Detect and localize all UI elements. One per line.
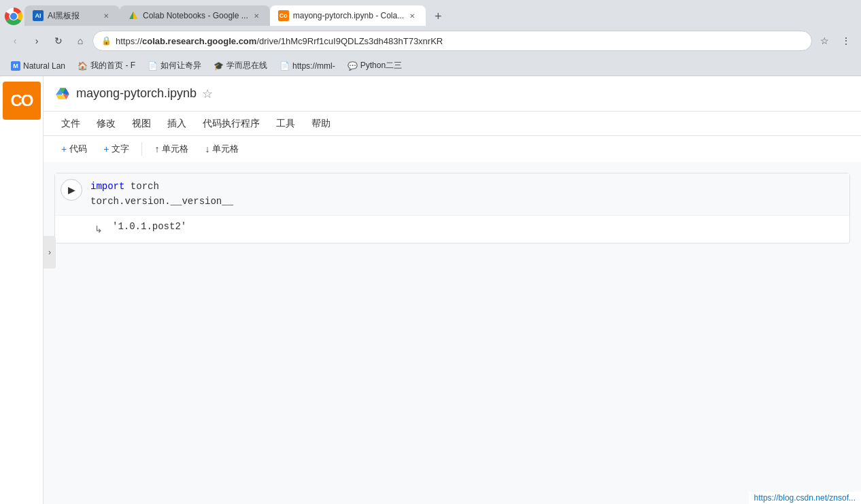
menu-edit[interactable]: 修改 [90,115,122,133]
add-text-label: 文字 [112,143,129,155]
home-button[interactable]: ⌂ [71,31,90,50]
reload-button[interactable]: ↻ [49,31,68,50]
move-down-icon: ↓ [205,144,209,154]
collapse-chevron-icon: › [48,248,51,257]
tab-mayong-label: mayong-pytorch.ipynb - Cola... [293,11,404,20]
colab-main: mayong-pytorch.ipynb ☆ 文件 修改 视图 插入 代码执行程… [44,76,861,504]
colab-header: mayong-pytorch.ipynb ☆ [44,76,861,112]
run-icon: ▶ [68,184,75,195]
cell-code-area: ▶ import torch torch.version.__version__ [55,173,849,216]
cell-code[interactable]: import torch torch.version.__version__ [90,179,844,209]
forward-button[interactable]: › [27,31,46,50]
svg-point-2 [11,14,17,20]
cell-output-icon: ↳ [90,221,107,237]
address-domain: colab.research.google.com [142,36,256,46]
cell-output-text: '1.0.1.post2' [112,221,186,232]
bookmark-mml-favicon: 📄 [280,61,290,71]
cell-run-button[interactable]: ▶ [61,179,82,201]
colab-toolbar: + 代码 + 文字 ↑ 单元格 ↓ 单元格 [44,136,861,162]
move-cell-up-button[interactable]: ↑ 单元格 [148,140,195,158]
new-tab-button[interactable]: + [428,7,448,26]
tab-ai-label: AI黑板报 [48,10,98,22]
lock-icon: 🔒 [101,36,112,46]
address-field[interactable]: 🔒 https://colab.research.google.com/driv… [92,31,812,51]
add-code-button[interactable]: + 代码 [54,140,94,158]
code-version: torch.version.__version__ [90,196,233,207]
bookmark-xueersi-favicon: 🎓 [214,61,224,71]
colab-app: CO mayong-pytorch.ipynb ☆ 文件 修改 视图 [0,76,861,504]
tab-colab-notebooks[interactable]: Colab Notebooks - Google ... ✕ [120,5,270,26]
menu-file[interactable]: 文件 [54,115,87,133]
drive-icon [54,86,71,102]
add-text-plus-icon: + [103,144,109,154]
address-text: https://colab.research.google.com/drive/… [116,36,803,46]
cell-output-area: ↳ '1.0.1.post2' [55,216,849,243]
add-code-plus-icon: + [61,144,67,154]
tab-mayong[interactable]: Co mayong-pytorch.ipynb - Cola... ✕ [270,5,426,26]
bookmark-button[interactable]: ☆ [815,31,834,50]
bookmark-qiyi-label: 如何让奇异 [161,60,201,71]
code-cell: ▶ import torch torch.version.__version__… [54,173,850,243]
bookmarks-bar: M Natural Lan 🏠 我的首页 - F 📄 如何让奇异 🎓 学而思在线… [0,56,861,76]
toolbar-separator [141,142,142,156]
bookmark-python-label: Python二三 [360,60,402,71]
tab-colab-notebooks-label: Colab Notebooks - Google ... [143,11,248,20]
move-up-label: 单元格 [162,143,188,155]
bookmark-mml[interactable]: 📄 https://mml- [274,60,341,72]
extensions-button[interactable]: ⋮ [837,31,856,50]
tab-mayong-favicon: Co [278,10,289,21]
status-url: https://blog.csdn.net/znsof... [754,493,856,503]
svg-marker-4 [133,12,137,19]
menu-help[interactable]: 帮助 [305,115,337,133]
tab-colab-notebooks-close[interactable]: ✕ [251,10,262,21]
back-button[interactable]: ‹ [5,31,24,50]
bookmark-natural-lan-favicon: M [11,61,20,71]
chrome-logo [4,7,23,26]
bookmark-natural-lan[interactable]: M Natural Lan [5,60,71,72]
tab-colab-notebooks-favicon [128,10,139,21]
add-code-label: 代码 [69,143,87,155]
menu-insert[interactable]: 插入 [161,115,193,133]
colab-notebook: ▶ import torch torch.version.__version__… [44,162,861,504]
tab-ai-close[interactable]: ✕ [101,10,112,21]
colab-menubar: 文件 修改 视图 插入 代码执行程序 工具 帮助 [44,112,861,136]
colab-logo[interactable]: CO [3,82,41,120]
status-bar: https://blog.csdn.net/znsof... [749,492,861,504]
code-line-2: torch.version.__version__ [90,194,844,209]
tab-bar: AI AI黑板报 ✕ Colab Notebooks - Google ... … [0,0,861,26]
tab-ai[interactable]: AI AI黑板报 ✕ [24,5,120,26]
address-bar-row: ‹ › ↻ ⌂ 🔒 https://colab.research.google.… [0,26,861,56]
browser-chrome: AI AI黑板报 ✕ Colab Notebooks - Google ... … [0,0,861,76]
bookmark-qiyi-favicon: 📄 [148,61,158,71]
bookmark-qiyi[interactable]: 📄 如何让奇异 [142,58,207,73]
add-text-button[interactable]: + 文字 [97,140,136,158]
bookmark-python[interactable]: 💬 Python二三 [342,58,407,73]
bookmark-xueersi-label: 学而思在线 [226,60,267,71]
tab-mayong-close[interactable]: ✕ [407,10,418,21]
colab-sidebar: CO [0,76,44,504]
tab-ai-favicon: AI [33,10,44,21]
sidebar-collapse-button[interactable]: › [44,236,56,269]
code-torch: torch [124,181,158,192]
menu-tools[interactable]: 工具 [269,115,302,133]
bookmark-xueersi[interactable]: 🎓 学而思在线 [208,58,273,73]
menu-view[interactable]: 视图 [125,115,158,133]
code-keyword-import: import [90,181,124,192]
bookmark-home-label: 我的首页 - F [90,60,135,71]
move-down-label: 单元格 [212,143,239,155]
bookmark-home[interactable]: 🏠 我的首页 - F [72,58,141,73]
move-up-icon: ↑ [154,144,159,154]
code-line-1: import torch [90,179,844,194]
move-cell-down-button[interactable]: ↓ 单元格 [198,140,246,158]
bookmark-natural-lan-label: Natural Lan [23,61,65,71]
bookmark-mml-label: https://mml- [292,61,335,71]
colab-star[interactable]: ☆ [202,86,213,101]
colab-filename: mayong-pytorch.ipynb [76,86,197,101]
bookmark-python-favicon: 💬 [348,61,358,71]
menu-runtime[interactable]: 代码执行程序 [196,115,267,133]
bookmark-home-favicon: 🏠 [78,61,88,71]
